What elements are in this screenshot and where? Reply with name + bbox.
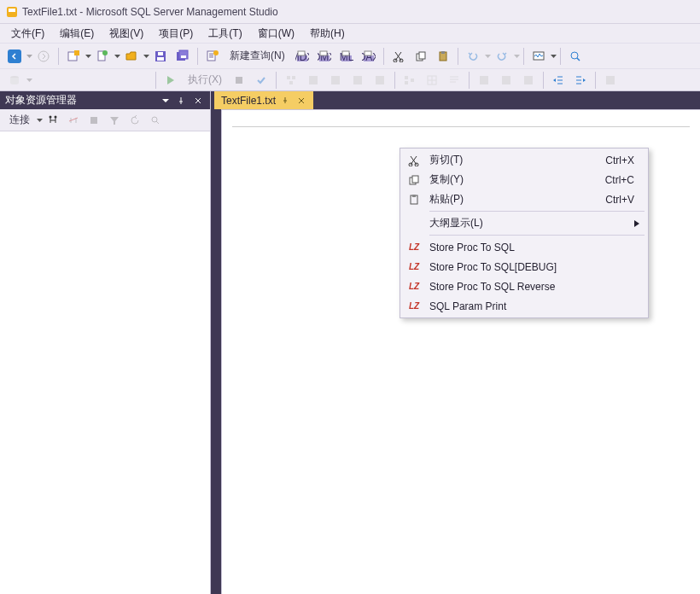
paste-icon: [402, 194, 426, 206]
menu-window[interactable]: 窗口(W): [250, 25, 302, 43]
filter-button[interactable]: [105, 111, 124, 130]
search-button[interactable]: [146, 111, 165, 130]
lz-icon: LZ: [402, 301, 426, 311]
toolbar-separator: [276, 72, 277, 89]
find-button[interactable]: [565, 46, 586, 67]
tab-close-icon[interactable]: [296, 96, 306, 106]
object-explorer-tree[interactable]: [0, 131, 210, 594]
parse-button[interactable]: [251, 70, 271, 90]
menu-item-sql-param-print[interactable]: LZ SQL Param Print: [402, 296, 646, 316]
new-query-icon[interactable]: [202, 46, 223, 67]
save-button[interactable]: [150, 46, 171, 67]
save-all-button[interactable]: [172, 46, 193, 67]
db-dropdown-arrow[interactable]: [26, 79, 32, 82]
paste-button[interactable]: [433, 46, 453, 67]
intellisense-button[interactable]: [325, 70, 346, 90]
decrease-indent-button[interactable]: [548, 70, 569, 90]
dax-query-button[interactable]: DAX: [359, 46, 379, 67]
svg-rect-51: [606, 76, 615, 84]
svg-point-53: [55, 115, 57, 118]
mdx-query-button[interactable]: MDX: [292, 46, 312, 67]
xmla-query-button[interactable]: XMLA: [336, 46, 357, 67]
pin-icon[interactable]: [175, 94, 189, 108]
menu-project[interactable]: 项目(P): [151, 25, 201, 43]
new-query-button[interactable]: 新建查询(N): [225, 46, 290, 67]
forward-button[interactable]: [33, 46, 54, 67]
editor-tab-active[interactable]: TextFile1.txt: [214, 91, 313, 109]
svg-rect-26: [365, 51, 371, 55]
tab-pin-icon[interactable]: [281, 96, 291, 106]
svg-point-52: [50, 115, 52, 118]
menu-file[interactable]: 文件(F): [3, 25, 52, 43]
menu-item-cut[interactable]: 剪切(T) Ctrl+X: [402, 150, 646, 170]
new-project-button[interactable]: [63, 46, 84, 67]
connect-dropdown[interactable]: [37, 119, 43, 122]
increase-indent-button[interactable]: [570, 70, 591, 90]
svg-rect-48: [480, 76, 488, 84]
uncomment-button[interactable]: [518, 70, 539, 90]
new-project-dropdown[interactable]: [85, 55, 91, 58]
redo-dropdown[interactable]: [514, 55, 520, 58]
menu-item-sp-sql-debug[interactable]: LZ Store Proc To SQL[DEBUG]: [402, 257, 646, 277]
svg-point-14: [213, 50, 219, 55]
panel-menu-icon[interactable]: [159, 94, 172, 108]
include-plan-button[interactable]: [347, 70, 368, 90]
stop-button[interactable]: [85, 111, 103, 130]
results-text-button[interactable]: [444, 70, 464, 90]
back-dropdown[interactable]: [26, 55, 32, 58]
svg-rect-61: [412, 195, 416, 197]
svg-rect-23: [342, 51, 349, 55]
live-stats-button[interactable]: [370, 70, 390, 90]
menu-item-paste[interactable]: 粘贴(P) Ctrl+V: [402, 189, 646, 209]
results-grid-button[interactable]: [422, 70, 442, 90]
dmx-query-button[interactable]: DMX: [314, 46, 335, 67]
toolbar-separator: [458, 48, 458, 65]
menu-item-sp-sql-reverse[interactable]: LZ Store Proc To SQL Reverse: [402, 277, 646, 296]
svg-rect-20: [320, 51, 327, 55]
copy-button[interactable]: [411, 46, 431, 67]
results-file-button[interactable]: [474, 70, 494, 90]
new-file-dropdown[interactable]: [114, 55, 120, 58]
db-dropdown[interactable]: [4, 70, 25, 90]
menu-item-copy[interactable]: 复制(Y) Ctrl+C: [402, 170, 646, 189]
lz-icon: LZ: [402, 242, 426, 252]
svg-rect-4: [74, 50, 79, 55]
open-button[interactable]: [121, 46, 142, 67]
toolbar-separator: [383, 48, 384, 65]
menu-view[interactable]: 视图(V): [102, 25, 151, 43]
svg-rect-41: [331, 76, 340, 84]
query-options-button[interactable]: [303, 70, 324, 90]
redo-button[interactable]: [492, 46, 512, 67]
new-file-button[interactable]: [92, 46, 113, 67]
undo-button[interactable]: [463, 46, 483, 67]
menu-item-sp-sql[interactable]: LZ Store Proc To SQL: [402, 237, 646, 257]
toolbar-separator: [394, 72, 395, 89]
menu-edit[interactable]: 编辑(E): [52, 25, 102, 43]
client-stats-button[interactable]: [400, 70, 420, 90]
disconnect-all-button[interactable]: [64, 111, 83, 130]
close-panel-icon[interactable]: [191, 94, 205, 108]
svg-point-6: [102, 50, 108, 55]
open-dropdown[interactable]: [143, 55, 149, 58]
estimate-plan-button[interactable]: [281, 70, 301, 90]
debug-button[interactable]: [229, 70, 249, 90]
toolbar-separator: [523, 48, 524, 65]
svg-rect-59: [412, 176, 418, 183]
menu-help[interactable]: 帮助(H): [302, 25, 353, 43]
execute-button[interactable]: 执行(X): [183, 70, 227, 90]
menu-tools[interactable]: 工具(T): [201, 25, 249, 43]
specify-values-button[interactable]: [600, 70, 621, 90]
undo-dropdown[interactable]: [485, 55, 491, 58]
comment-button[interactable]: [496, 70, 516, 90]
connect-button[interactable]: 连接: [4, 111, 35, 130]
object-explorer-title: 对象资源管理器: [5, 93, 77, 108]
activity-dropdown[interactable]: [551, 55, 557, 58]
refresh-button[interactable]: [125, 111, 144, 130]
disconnect-button[interactable]: [44, 111, 62, 130]
back-button[interactable]: [4, 46, 25, 67]
svg-rect-17: [298, 51, 305, 55]
menu-item-outline[interactable]: 大纲显示(L): [402, 213, 646, 233]
activity-monitor-button[interactable]: [528, 46, 549, 67]
cut-button[interactable]: [388, 46, 409, 67]
svg-rect-54: [90, 117, 97, 124]
